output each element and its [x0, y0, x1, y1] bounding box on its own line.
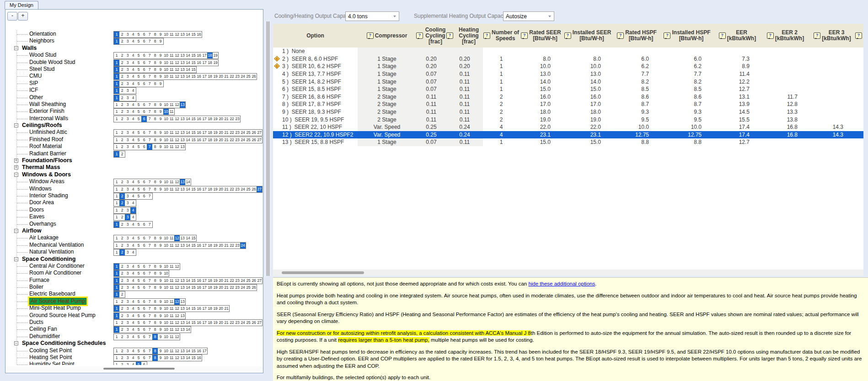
option-chip[interactable]: 9: [158, 74, 163, 79]
grid-cell[interactable]: 18.0: [563, 108, 613, 116]
option-chip[interactable]: 5: [136, 313, 141, 319]
option-chip[interactable]: 7: [147, 109, 152, 115]
option-chip[interactable]: 14: [185, 327, 191, 333]
option-chip[interactable]: 6: [141, 306, 147, 312]
tree-item-label[interactable]: Heating Set Point: [29, 354, 72, 361]
option-chip[interactable]: 8: [152, 243, 158, 249]
option-chip[interactable]: 19: [213, 74, 218, 79]
option-cell[interactable]: 7 ) SEER 16, 8.6 HSPF: [273, 93, 358, 101]
help-icon[interactable]: ?: [483, 32, 490, 39]
grid-cell[interactable]: 16.8: [761, 123, 809, 131]
option-chip[interactable]: 9: [158, 278, 163, 284]
grid-cell[interactable]: [809, 108, 855, 116]
option-chip[interactable]: 5: [136, 179, 141, 185]
option-chip[interactable]: 3: [125, 355, 130, 361]
option-chip[interactable]: 4: [130, 207, 136, 213]
tree-section-label[interactable]: Airflow: [22, 228, 41, 234]
option-chip[interactable]: 4: [130, 53, 136, 58]
option-chip[interactable]: 18: [207, 320, 213, 326]
option-chip[interactable]: 2: [119, 278, 125, 284]
option-chip[interactable]: 25: [246, 130, 251, 136]
option-chip[interactable]: 6: [141, 179, 147, 185]
option-chip[interactable]: 8: [152, 67, 158, 73]
option-chip[interactable]: 14: [185, 74, 191, 79]
option-chip[interactable]: 22: [229, 137, 235, 143]
option-chip[interactable]: 10: [163, 348, 169, 354]
option-chip[interactable]: 5: [136, 53, 141, 58]
tree-section-label[interactable]: Walls: [22, 45, 37, 52]
option-chip[interactable]: 2: [119, 291, 125, 297]
option-chip[interactable]: 2: [119, 285, 125, 291]
option-chip[interactable]: 7: [147, 144, 152, 150]
tree-section-label[interactable]: Windows & Doors: [22, 171, 71, 178]
option-chip[interactable]: 3: [125, 214, 130, 220]
option-chip[interactable]: 2: [119, 299, 125, 305]
option-chip[interactable]: 8: [152, 306, 158, 312]
grid-cell[interactable]: 13.0: [563, 70, 613, 78]
grid-cell[interactable]: 1 Stage: [358, 70, 416, 78]
option-chip[interactable]: 1: [114, 243, 119, 249]
option-chip[interactable]: 2: [119, 348, 125, 354]
option-chip[interactable]: 1: [114, 362, 119, 365]
grid-cell[interactable]: 17.4: [713, 123, 761, 131]
option-chip[interactable]: 2: [119, 81, 125, 87]
tree-item-label[interactable]: SIP: [29, 80, 38, 87]
option-chip[interactable]: 5: [136, 81, 141, 87]
option-chip[interactable]: 6: [141, 222, 147, 228]
option-chip[interactable]: 9: [158, 270, 163, 276]
grid-cell[interactable]: [809, 78, 855, 85]
option-chip[interactable]: 26: [251, 137, 257, 143]
option-chip[interactable]: 13: [180, 74, 185, 79]
grid-cell[interactable]: 1 Stage: [358, 138, 416, 146]
option-cell[interactable]: 8 ) SEER 17, 8.7 HSPF: [273, 101, 358, 108]
option-chip[interactable]: 10: [163, 67, 169, 73]
grid-cell[interactable]: 17.0: [563, 101, 613, 108]
option-chip[interactable]: 16: [196, 243, 202, 249]
option-chip[interactable]: 11: [169, 74, 174, 79]
option-chip[interactable]: 8: [152, 74, 158, 79]
grid-cell[interactable]: 1 Stage: [358, 63, 416, 70]
tree-item-label[interactable]: Double Wood Stud: [29, 59, 75, 66]
tree-item-label[interactable]: Interzonal Walls: [29, 115, 68, 122]
option-chip[interactable]: 22: [229, 116, 235, 122]
option-chip[interactable]: 3: [125, 264, 130, 270]
option-chip[interactable]: 5: [136, 116, 141, 122]
tree-item-label[interactable]: Ceiling Fan: [29, 326, 57, 333]
option-chip[interactable]: 3: [125, 193, 130, 199]
option-chip[interactable]: 10: [163, 320, 169, 326]
option-chip[interactable]: 6: [141, 334, 147, 340]
option-chip[interactable]: 10: [163, 270, 169, 276]
option-chip[interactable]: 6: [141, 144, 147, 150]
tree-item-label[interactable]: Neighbors: [29, 37, 54, 44]
tree-item-label[interactable]: Exterior Finish: [29, 108, 64, 115]
option-chip[interactable]: 11: [169, 327, 174, 333]
option-chip[interactable]: 4: [130, 327, 136, 333]
option-chip[interactable]: 5: [136, 327, 141, 333]
option-chip[interactable]: 11: [169, 53, 174, 58]
option-chip[interactable]: 7: [147, 348, 152, 354]
option-chip[interactable]: 2: [119, 60, 125, 66]
grid-cell[interactable]: 22.0: [520, 123, 563, 131]
grid-cell[interactable]: [446, 48, 483, 55]
option-chip[interactable]: 8: [152, 60, 158, 66]
grid-cell[interactable]: 7.3: [713, 55, 761, 63]
option-chip[interactable]: 9: [158, 81, 163, 87]
option-chip[interactable]: 7: [147, 270, 152, 276]
grid-cell[interactable]: 12.7: [713, 85, 761, 93]
grid-cell[interactable]: 10.0: [613, 123, 661, 131]
tree-item-label[interactable]: Furnace: [29, 277, 49, 284]
option-chip[interactable]: 9: [158, 355, 163, 361]
grid-cell[interactable]: 15.0: [563, 85, 613, 93]
option-chip[interactable]: 22: [229, 130, 235, 136]
option-chip[interactable]: 15: [191, 235, 196, 241]
help-icon[interactable]: ?: [446, 32, 453, 39]
option-chip[interactable]: 14: [185, 179, 191, 185]
option-chip[interactable]: 7: [147, 130, 152, 136]
option-chip[interactable]: 12: [174, 102, 180, 108]
option-chip[interactable]: 21: [224, 243, 229, 249]
grid-cell[interactable]: 2 Stage: [358, 116, 416, 123]
option-chip[interactable]: 10: [163, 327, 169, 333]
option-chip[interactable]: 16: [196, 116, 202, 122]
option-chip[interactable]: 21: [224, 130, 229, 136]
option-chip[interactable]: 4: [130, 38, 136, 44]
